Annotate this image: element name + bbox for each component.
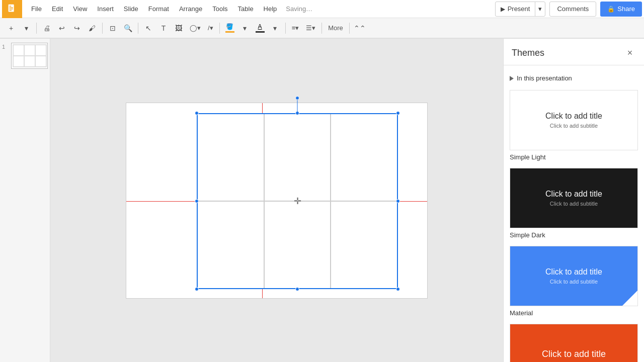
- menu-help[interactable]: Help: [259, 2, 282, 16]
- menu-bar: File Edit View Insert Slide Format Arran…: [0, 0, 644, 18]
- tb-sep-2: [102, 23, 103, 34]
- table-grid[interactable]: [197, 113, 398, 289]
- in-presentation-arrow: [510, 76, 514, 81]
- theme-preview-title-orange: Click to add title: [542, 349, 606, 359]
- svg-rect-1: [10, 6, 12, 6]
- tb-list[interactable]: ☰▾: [303, 21, 318, 35]
- menu-arrange[interactable]: Arrange: [174, 2, 207, 16]
- themes-panel: Themes × In this presentation Click to a…: [503, 39, 644, 362]
- comments-button[interactable]: Comments: [549, 2, 596, 17]
- tb-sep-4: [219, 23, 220, 34]
- theme-name-material: Material: [510, 309, 638, 317]
- tb-fill-dropdown[interactable]: ▾: [238, 21, 252, 35]
- tb-line-dropdown[interactable]: ▾: [268, 21, 282, 35]
- theme-item-material[interactable]: Click to add title Click to add subtitle…: [510, 246, 638, 317]
- main-area: 1: [0, 39, 644, 362]
- themes-title: Themes: [512, 48, 544, 58]
- in-presentation-label: In this presentation: [517, 74, 572, 82]
- menu-table[interactable]: Table: [233, 2, 259, 16]
- slides-panel: 1: [0, 39, 50, 362]
- slide-number: 1: [2, 43, 9, 50]
- theme-preview-subtitle-simple-light: Click to add subtitle: [550, 123, 598, 129]
- app-logo[interactable]: [2, 0, 22, 18]
- table-cell-r2c1[interactable]: [197, 201, 264, 289]
- theme-item-orange[interactable]: Click to add title: [510, 324, 638, 362]
- tb-sep-5: [285, 23, 286, 34]
- theme-preview-subtitle-material: Click to add subtitle: [550, 279, 598, 285]
- tb-zoom[interactable]: 🔍: [121, 21, 135, 35]
- theme-preview-title-simple-light: Click to add title: [545, 112, 602, 121]
- table-container[interactable]: ✛: [197, 113, 398, 289]
- tb-zoom-fit[interactable]: ⊡: [106, 21, 120, 35]
- tb-redo[interactable]: ↪: [70, 21, 84, 35]
- menu-slide[interactable]: Slide: [119, 2, 143, 16]
- tb-sep-1: [36, 23, 37, 34]
- themes-body: In this presentation Click to add title …: [504, 65, 644, 362]
- theme-item-simple-dark[interactable]: Click to add title Click to add subtitle…: [510, 168, 638, 239]
- slide-thumbnail[interactable]: [11, 43, 48, 69]
- tb-fill-color[interactable]: 🪣: [223, 21, 237, 35]
- tb-text[interactable]: T: [156, 21, 171, 35]
- theme-material-corner: [622, 291, 637, 306]
- present-button-main[interactable]: ▶ Present: [496, 2, 536, 16]
- tb-shapes[interactable]: ◯▾: [187, 21, 204, 35]
- menu-insert[interactable]: Insert: [92, 2, 119, 16]
- table-cell-r2c3[interactable]: [331, 201, 397, 289]
- in-presentation-item[interactable]: In this presentation: [510, 71, 638, 85]
- svg-rect-2: [10, 7, 13, 8]
- theme-preview-orange[interactable]: Click to add title: [510, 324, 638, 362]
- tb-undo[interactable]: ↩: [55, 21, 69, 35]
- tb-collapse[interactable]: ⌃⌃: [353, 21, 367, 35]
- tb-line[interactable]: /▾: [205, 21, 216, 35]
- saving-status: Saving…: [286, 5, 312, 13]
- top-bar: File Edit View Insert Slide Format Arran…: [0, 0, 644, 39]
- tb-sep-6: [321, 23, 322, 34]
- tb-add-dropdown[interactable]: ▾: [19, 21, 33, 35]
- tb-align[interactable]: ≡▾: [289, 21, 302, 35]
- menu-view[interactable]: View: [68, 2, 92, 16]
- tb-image[interactable]: 🖼: [172, 21, 186, 35]
- themes-close-button[interactable]: ×: [624, 47, 636, 59]
- header-right: ▶ Present ▾ Comments 🔒 Share: [495, 2, 642, 17]
- menu-tools[interactable]: Tools: [207, 2, 232, 16]
- theme-name-simple-dark: Simple Dark: [510, 231, 638, 239]
- menu-file[interactable]: File: [26, 2, 47, 16]
- tb-sep-7: [349, 23, 350, 34]
- tb-more[interactable]: More: [325, 21, 346, 35]
- table-cell-r1c3[interactable]: [331, 114, 397, 201]
- canvas-area[interactable]: ✛: [50, 39, 503, 362]
- theme-preview-simple-light[interactable]: Click to add title Click to add subtitle: [510, 90, 638, 150]
- theme-item-simple-light[interactable]: Click to add title Click to add subtitle…: [510, 90, 638, 161]
- table-cell-r1c1[interactable]: [197, 114, 264, 201]
- theme-preview-material[interactable]: Click to add title Click to add subtitle: [510, 246, 638, 306]
- present-button-dropdown[interactable]: ▾: [535, 2, 545, 16]
- theme-name-simple-light: Simple Light: [510, 153, 638, 161]
- theme-preview-title-material: Click to add title: [545, 267, 602, 277]
- table-cell-r2c2[interactable]: [264, 201, 331, 289]
- tb-cursor[interactable]: ↖: [141, 21, 155, 35]
- table-cell-r1c2[interactable]: [264, 114, 331, 201]
- menu-format[interactable]: Format: [143, 2, 174, 16]
- present-label: Present: [508, 5, 530, 13]
- svg-rect-4: [10, 10, 12, 10]
- tb-paint[interactable]: 🖌: [85, 21, 99, 35]
- handle-top-line: [297, 98, 298, 113]
- present-button[interactable]: ▶ Present ▾: [495, 2, 546, 17]
- themes-header: Themes ×: [504, 39, 644, 65]
- tb-sep-3: [138, 23, 138, 34]
- slide-canvas[interactable]: ✛: [126, 103, 428, 299]
- theme-preview-subtitle-simple-dark: Click to add subtitle: [550, 201, 598, 207]
- share-button[interactable]: 🔒 Share: [600, 2, 642, 17]
- svg-rect-0: [9, 4, 14, 12]
- toolbar: + ▾ 🖨 ↩ ↪ 🖌 ⊡ 🔍 ↖ T 🖼 ◯▾ /▾ 🪣 ▾ A ▾ ≡▾ ☰…: [0, 18, 644, 38]
- slide-thumbnail-container: 1: [2, 43, 48, 69]
- tb-print[interactable]: 🖨: [40, 21, 54, 35]
- slide-thumb-preview: [13, 44, 47, 67]
- tb-line-color[interactable]: A: [253, 21, 267, 35]
- handle-top-center[interactable]: [295, 96, 299, 100]
- theme-preview-simple-dark[interactable]: Click to add title Click to add subtitle: [510, 168, 638, 228]
- menu-edit[interactable]: Edit: [47, 2, 68, 16]
- tb-add-btn[interactable]: +: [4, 21, 18, 35]
- svg-rect-3: [10, 9, 13, 9]
- theme-preview-title-simple-dark: Click to add title: [545, 190, 602, 199]
